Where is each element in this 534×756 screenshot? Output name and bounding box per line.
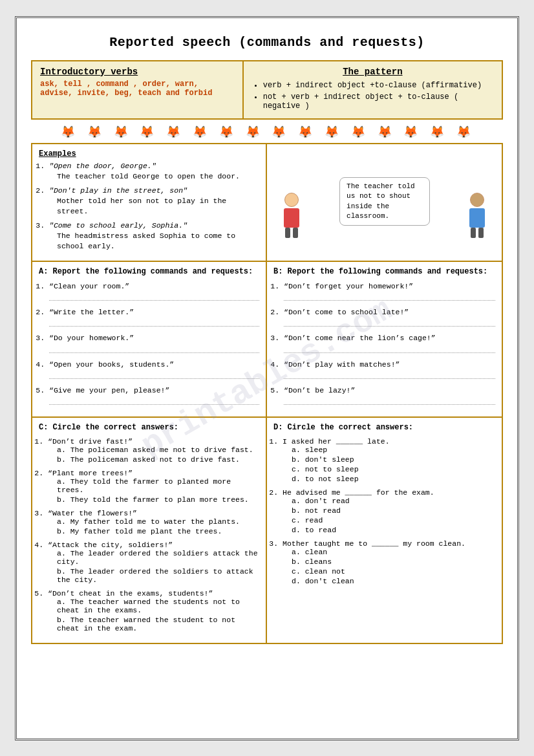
teacher-head: [284, 193, 299, 207]
section-c-item-2: “Plant more trees!” a. They told the far…: [48, 469, 259, 504]
d-option-1b: b. don't sleep: [292, 455, 495, 464]
d-option-1a: a. sleep: [292, 446, 495, 454]
example-1-quote: "Open the door, George.": [49, 162, 156, 170]
section-b-item-1: “Don’t forget your homework!”: [284, 281, 495, 301]
section-b-item-5: “Don’t be lazy!”: [284, 385, 495, 405]
speech-bubble: The teacher told us not to shout inside …: [339, 177, 430, 226]
section-d-2-options: a. don't read b. not read c. read d. to …: [283, 497, 495, 534]
d-option-3d: d. don't clean: [292, 577, 495, 585]
leg-right: [293, 228, 298, 238]
section-d-1-options: a. sleep b. don't sleep c. not to sleep …: [283, 446, 495, 483]
option-3a: a. My father told me to water the plants…: [57, 517, 259, 526]
section-b-title: B: Report the following commands and req…: [273, 267, 495, 276]
section-d-item-2: He advised me ______ for the exam. a. do…: [283, 488, 495, 534]
option-4b: b. The leader ordered the soldiers to at…: [57, 567, 259, 584]
pattern-affirmative: verb + indirect object +to-clause (affir…: [263, 81, 494, 90]
intro-verbs: Introductory verbs ask, tell , command ,…: [32, 61, 244, 118]
answer-line: [49, 345, 259, 353]
middle-row: A: Report the following commands and req…: [32, 262, 502, 417]
student-body: [469, 208, 485, 228]
teacher-figure: [279, 193, 304, 238]
section-c-item-1: “Don’t drive fast!” a. The policeman ask…: [48, 437, 259, 464]
answer-line: [284, 397, 495, 405]
top-row: Examples "Open the door, George." The te…: [32, 144, 502, 263]
section-c-item-3: “Water the flowers!” a. My father told m…: [48, 509, 259, 535]
section-d-title: D: Circle the correct answers:: [273, 423, 495, 432]
example-2-quote: "Don't play in the street, son": [49, 186, 187, 195]
option-5a: a. The teacher warned the students not t…: [57, 598, 259, 614]
section-c-1-options: a. The policeman asked me not to drive f…: [48, 446, 259, 464]
intro-verbs-list: ask, tell , command , order, warn, advis…: [40, 80, 235, 98]
main-grid: Examples "Open the door, George." The te…: [31, 143, 503, 644]
section-d-item-1: I asked her ______ late. a. sleep b. don…: [283, 437, 495, 483]
leg-right: [478, 228, 484, 238]
page: printables.com Reported speech (commands…: [15, 16, 519, 740]
answer-line: [284, 371, 495, 379]
section-c-2-options: a. They told the farmer to planted more …: [48, 477, 259, 504]
intro-verbs-title: Introductory verbs: [40, 67, 235, 77]
d-option-3c: c. clean not: [292, 567, 495, 576]
pattern-negative: not + verb + indirect object + to-clause…: [263, 92, 494, 111]
pattern-section: The pattern verb + indirect object +to-c…: [244, 61, 502, 118]
section-b-item-2: “Don’t come to school late!”: [284, 307, 495, 327]
section-a-item-1: “Clean your room.”: [49, 281, 259, 301]
teacher-legs: [279, 228, 304, 238]
fox-divider: 🦊 🦊 🦊 🦊 🦊 🦊 🦊 🦊 🦊 🦊 🦊 🦊 🦊 🦊 🦊 🦊: [31, 125, 503, 139]
student-legs: [464, 228, 490, 238]
section-c: C: Circle the correct answers: “Don’t dr…: [32, 418, 267, 643]
examples-cell: Examples "Open the door, George." The te…: [32, 144, 267, 261]
section-b-item-3: “Don’t come near the lion’s cage!”: [284, 333, 495, 352]
answer-line: [49, 319, 259, 327]
option-2a: a. They told the farmer to planted more …: [57, 477, 259, 494]
d-option-3b: b. cleans: [292, 557, 495, 566]
examples-list: "Open the door, George." The teacher tol…: [39, 161, 259, 252]
leg-left: [471, 228, 476, 238]
bottom-row: C: Circle the correct answers: “Don’t dr…: [32, 418, 502, 643]
pattern-title: The pattern: [251, 67, 494, 77]
section-a-item-5: “Give me your pen, please!”: [49, 385, 259, 405]
cartoon: The teacher told us not to shout inside …: [272, 160, 497, 244]
section-c-item-5: “Don’t cheat in the exams, students!” a.…: [48, 589, 259, 632]
option-5b: b. The teacher warned the student to not…: [57, 616, 259, 632]
section-d-3-options: a. clean b. cleans c. clean not d. don't…: [283, 548, 495, 585]
answer-line: [284, 345, 495, 353]
option-4a: a. The leader ordered the soldiers attac…: [57, 549, 259, 566]
teacher-body: [284, 208, 299, 228]
pattern-list: verb + indirect object +to-clause (affir…: [251, 81, 494, 111]
option-2b: b. They told the farmer to plan more tre…: [57, 495, 259, 504]
section-a: A: Report the following commands and req…: [32, 262, 267, 416]
answer-line: [284, 293, 495, 301]
section-a-title: A: Report the following commands and req…: [39, 267, 259, 276]
image-cell: The teacher told us not to shout inside …: [267, 144, 502, 261]
section-b: B: Report the following commands and req…: [267, 262, 502, 416]
example-2: "Don't play in the street, son" Mother t…: [49, 186, 259, 217]
section-c-item-4: “Attack the city, soldiers!” a. The lead…: [48, 541, 259, 584]
d-option-2c: c. read: [292, 516, 495, 524]
section-a-item-3: “Do your homework.”: [49, 333, 259, 352]
leg-left: [285, 228, 290, 238]
d-option-2d: d. to read: [292, 526, 495, 534]
example-3: "Come to school early, Sophia." The head…: [49, 221, 259, 252]
section-d-list: I asked her ______ late. a. sleep b. don…: [273, 437, 495, 585]
d-option-2b: b. not read: [292, 506, 495, 515]
example-1-reported: The teacher told George to open the door…: [49, 171, 259, 182]
student-head: [470, 193, 484, 207]
section-d: D: Circle the correct answers: I asked h…: [267, 418, 502, 643]
example-3-reported: The headmistress asked Sophia to come to…: [49, 231, 259, 252]
section-a-item-4: “Open your books, students.”: [49, 360, 259, 379]
intro-section: Introductory verbs ask, tell , command ,…: [31, 60, 503, 120]
option-1b: b. The policeman asked not to drive fast…: [57, 455, 259, 464]
option-1a: a. The policeman asked me not to drive f…: [57, 446, 259, 454]
d-option-2a: a. don't read: [292, 497, 495, 505]
answer-line: [49, 293, 259, 301]
d-option-3a: a. clean: [292, 548, 495, 556]
section-c-4-options: a. The leader ordered the soldiers attac…: [48, 549, 259, 584]
student-figure: [464, 193, 490, 238]
example-2-reported: Mother told her son not to play in the s…: [49, 196, 259, 217]
page-title: Reported speech (commands and requests): [31, 35, 503, 50]
examples-title: Examples: [39, 149, 259, 158]
section-c-title: C: Circle the correct answers:: [39, 423, 259, 432]
d-option-1d: d. to not sleep: [292, 475, 495, 483]
section-c-list: “Don’t drive fast!” a. The policeman ask…: [39, 437, 259, 632]
option-3b: b. My father told me plant the trees.: [57, 527, 259, 535]
